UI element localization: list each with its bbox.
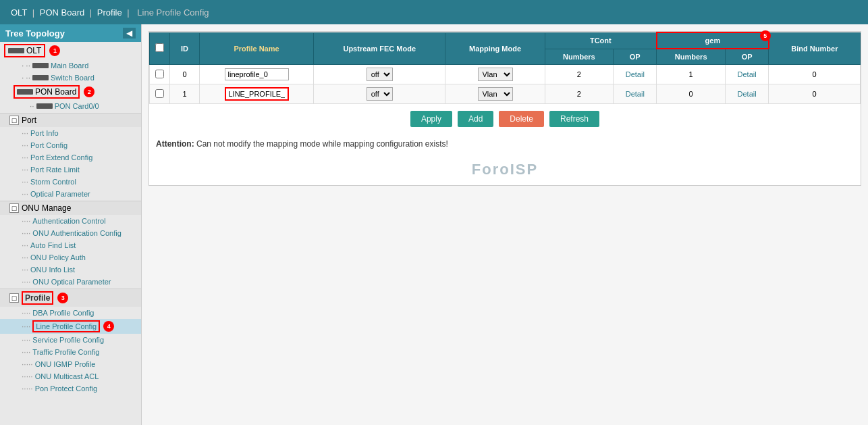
apply-button[interactable]: Apply — [410, 111, 452, 127]
onu-policy-auth-link[interactable]: ONU Policy Auth — [30, 253, 86, 261]
sidebar-item-auto-find-list[interactable]: ··· Auto Find List — [0, 239, 141, 251]
row0-gem-op[interactable]: Detail — [725, 65, 768, 84]
sidebar-item-port-extend-config[interactable]: ··· Port Extend Config — [0, 151, 141, 164]
col-gem-group-header: gem 5 — [657, 32, 769, 49]
add-button[interactable]: Add — [458, 111, 493, 127]
breadcrumb-profile[interactable]: Profile — [97, 7, 122, 18]
pon-board-icon — [17, 89, 33, 95]
sidebar-item-onu-multicast-acl[interactable]: ····· ONU Multicast ACL — [0, 370, 141, 382]
sidebar-item-storm-control[interactable]: ··· Storm Control — [0, 176, 141, 188]
row1-tcont-op[interactable]: Detail — [614, 84, 657, 104]
breadcrumb-pon-board[interactable]: PON Board — [40, 7, 84, 18]
table-row: 1 off on Vlan — [150, 84, 861, 104]
pon-card-link[interactable]: PON Card0/0 — [55, 102, 99, 110]
row0-mapping-mode-select[interactable]: Vlan GEM — [478, 68, 513, 81]
sidebar-item-onu-auth-config[interactable]: ···· ONU Authentication Config — [0, 227, 141, 239]
sidebar-item-onu-info-list[interactable]: ··· ONU Info List — [0, 264, 141, 276]
port-rate-limit-link[interactable]: Port Rate Limit — [30, 166, 80, 174]
onu-info-list-link[interactable]: ONU Info List — [30, 266, 75, 274]
breadcrumb: OLT | PON Board | Profile | Line Profile… — [11, 7, 212, 18]
service-profile-config-link[interactable]: Service Profile Config — [32, 336, 104, 344]
delete-button[interactable]: Delete — [499, 111, 544, 127]
breadcrumb-olt[interactable]: OLT — [11, 7, 27, 18]
storm-control-link[interactable]: Storm Control — [30, 178, 76, 186]
sidebar-item-port-config[interactable]: ··· Port Config — [0, 139, 141, 151]
onu-optical-param-link[interactable]: ONU Optical Parameter — [32, 278, 111, 286]
row0-tcont-detail-link[interactable]: Detail — [626, 70, 645, 78]
pon-protect-config-link[interactable]: Pon Protect Config — [35, 384, 97, 393]
row0-tcont-op[interactable]: Detail — [614, 65, 657, 84]
row1-gem-detail-link[interactable]: Detail — [738, 90, 757, 98]
main-board-link[interactable]: Main Board — [51, 61, 88, 70]
sidebar-item-onu-igmp-profile[interactable]: ····· ONU IGMP Profile — [0, 358, 141, 370]
switch-board-link[interactable]: Switch Board — [51, 74, 94, 82]
row1-upstream-fec-select[interactable]: off on — [367, 87, 393, 101]
select-all-checkbox[interactable] — [155, 43, 164, 52]
profile-expand-button[interactable]: □ — [9, 293, 19, 303]
row0-profile-name[interactable] — [199, 65, 313, 84]
pon-board-link[interactable]: PON Board — [35, 87, 76, 97]
row0-upstream-fec-select[interactable]: off on — [367, 68, 393, 81]
port-expand-button[interactable]: □ — [9, 116, 19, 125]
sidebar-item-service-profile-config[interactable]: ···· Service Profile Config — [0, 334, 141, 346]
row0-upstream-fec[interactable]: off on — [314, 65, 445, 84]
row0-profile-name-input[interactable] — [225, 68, 289, 80]
sidebar-item-line-profile-config[interactable]: ···· Line Profile Config 4 — [0, 319, 141, 334]
sidebar-title: Tree Topology — [5, 28, 65, 39]
onu-manage-expand-button[interactable]: □ — [9, 203, 19, 213]
row1-gem-op[interactable]: Detail — [725, 84, 768, 104]
row1-upstream-fec[interactable]: off on — [314, 84, 445, 104]
sidebar-item-switch-board[interactable]: ··· Switch Board — [0, 72, 141, 84]
port-extend-config-link[interactable]: Port Extend Config — [30, 153, 92, 161]
sidebar-item-traffic-profile-config[interactable]: ···· Traffic Profile Config — [0, 346, 141, 358]
refresh-button[interactable]: Refresh — [549, 111, 599, 127]
row1-checkbox[interactable] — [155, 89, 164, 98]
port-section-label: Port — [22, 116, 36, 125]
dba-profile-config-link[interactable]: DBA Profile Config — [32, 309, 94, 317]
row1-profile-name[interactable] — [199, 84, 313, 104]
gem-badge: 5 — [760, 30, 771, 41]
onu-auth-config-link[interactable]: ONU Authentication Config — [32, 229, 121, 237]
attention-message: Attention: Can not modify the mapping mo… — [149, 134, 861, 154]
col-profile-name-header: Profile Name — [199, 32, 313, 65]
sidebar-item-onu-policy-auth[interactable]: ··· ONU Policy Auth — [0, 251, 141, 264]
sidebar-collapse-button[interactable]: ◀ — [123, 28, 136, 39]
traffic-profile-config-link[interactable]: Traffic Profile Config — [32, 348, 99, 356]
line-profile-config-link[interactable]: Line Profile Config — [32, 320, 100, 332]
row0-mapping-mode[interactable]: Vlan GEM — [445, 65, 545, 84]
row1-gem-numbers: 0 — [657, 84, 725, 104]
row0-checkbox-cell — [150, 65, 170, 84]
row0-checkbox[interactable] — [155, 70, 164, 78]
auth-control-link[interactable]: Authentication Control — [32, 217, 105, 225]
sidebar-item-pon-protect-config[interactable]: ····· Pon Protect Config — [0, 382, 141, 395]
onu-multicast-acl-link[interactable]: ONU Multicast ACL — [35, 372, 99, 380]
breadcrumb-current: Line Profile Config — [137, 7, 209, 18]
onu-manage-label: ONU Manage — [22, 203, 71, 213]
sidebar-item-olt[interactable]: OLT 1 — [0, 42, 141, 59]
optical-parameter-link[interactable]: Optical Parameter — [30, 190, 90, 198]
col-mapping-mode-header: Mapping Mode — [445, 32, 545, 65]
action-bar: Apply Add Delete Refresh — [149, 104, 861, 134]
row1-tcont-detail-link[interactable]: Detail — [626, 90, 645, 98]
sidebar-item-pon-card[interactable]: ·· PON Card0/0 — [0, 100, 141, 112]
profile-table: ID Profile Name Upstream FEC Mode Mappin… — [149, 32, 861, 104]
sidebar-item-pon-board[interactable]: PON Board 2 — [0, 84, 141, 100]
col-tcont-group-header: TCont — [545, 32, 657, 49]
port-info-link[interactable]: Port Info — [30, 129, 59, 137]
sidebar-item-optical-parameter[interactable]: ··· Optical Parameter — [0, 188, 141, 200]
port-config-link[interactable]: Port Config — [30, 141, 67, 149]
row1-mapping-mode-select[interactable]: Vlan GEM — [478, 87, 513, 101]
sidebar-item-main-board[interactable]: ··· Main Board — [0, 59, 141, 72]
auto-find-list-link[interactable]: Auto Find List — [30, 241, 76, 249]
sidebar-item-port-info[interactable]: ··· Port Info — [0, 127, 141, 139]
profile-section-label: Profile — [22, 291, 53, 305]
row0-gem-detail-link[interactable]: Detail — [738, 70, 757, 78]
sidebar-item-dba-profile-config[interactable]: ···· DBA Profile Config — [0, 307, 141, 319]
onu-igmp-profile-link[interactable]: ONU IGMP Profile — [35, 360, 96, 368]
sidebar-item-onu-optical-param[interactable]: ···· ONU Optical Parameter — [0, 276, 141, 288]
col-tcont-op-header: OP — [614, 49, 657, 65]
sidebar-item-port-rate-limit[interactable]: ··· Port Rate Limit — [0, 164, 141, 176]
row1-mapping-mode[interactable]: Vlan GEM — [445, 84, 545, 104]
sidebar-item-auth-control[interactable]: ···· Authentication Control — [0, 215, 141, 227]
row1-profile-name-input[interactable] — [225, 87, 289, 101]
